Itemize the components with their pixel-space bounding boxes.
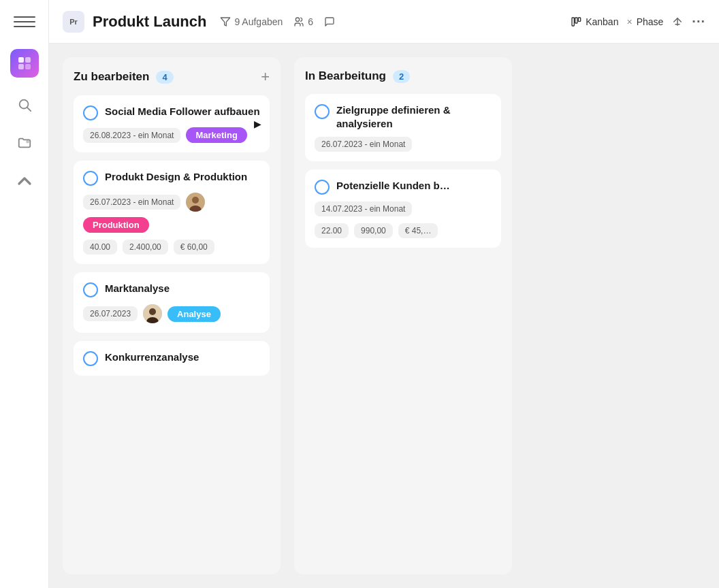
svg-marker-7 xyxy=(221,18,230,26)
svg-rect-9 xyxy=(572,18,574,26)
card-checkbox[interactable] xyxy=(315,180,330,195)
card-num-1: 40.00 xyxy=(83,240,117,255)
header: Pr Produkt Launch 9 Aufgaben 6 xyxy=(49,0,719,44)
phase-label: Phase xyxy=(637,16,664,27)
phase-button[interactable]: × Phase xyxy=(626,16,663,27)
folder-icon[interactable] xyxy=(14,132,35,154)
svg-point-6 xyxy=(26,140,29,144)
card-title-row: Zielgruppe definieren & analysieren xyxy=(315,103,492,130)
card-title: Social Media Follower aufbauen xyxy=(105,105,260,118)
card-konkurrenzanalyse[interactable]: Konkurrenzanalyse xyxy=(74,341,270,376)
menu-icon[interactable] xyxy=(14,11,35,33)
kanban-label: Kanban xyxy=(586,16,618,27)
card-date: 26.07.2023 - ein Monat xyxy=(315,137,412,152)
card-meta: 26.07.2023 - ein Monat Produktion xyxy=(83,193,260,233)
comment-item[interactable] xyxy=(324,16,335,27)
kanban-button[interactable]: Kanban xyxy=(571,16,618,27)
header-meta: 9 Aufgaben 6 xyxy=(220,16,335,27)
card-checkbox[interactable] xyxy=(83,282,98,297)
card-marktanalyse[interactable]: Marktanalyse 26.07.2023 Analyse xyxy=(74,272,270,333)
card-arrow-icon: ▶ xyxy=(254,118,261,129)
svg-rect-3 xyxy=(25,64,31,69)
column-title: Zu bearbeiten xyxy=(74,70,149,84)
card-avatar xyxy=(186,193,205,212)
tasks-count: 9 Aufgaben xyxy=(234,16,283,27)
card-numbers: 40.00 2.400,00 € 60,00 xyxy=(83,240,260,255)
sort-icon xyxy=(671,16,684,28)
members-count: 6 xyxy=(308,16,313,27)
card-meta: 14.07.2023 - ein Monat xyxy=(315,201,492,216)
card-numbers: 22.00 990,00 € 45,… xyxy=(315,223,492,238)
card-num-2: 990,00 xyxy=(354,223,393,238)
column-in-bearbeitung: In Bearbeitung 2 Zielgruppe definieren &… xyxy=(294,57,512,574)
svg-point-8 xyxy=(296,18,300,21)
card-tag-produktion: Produktion xyxy=(83,217,149,233)
card-title-row: Potenzielle Kunden b… xyxy=(315,179,492,195)
card-produkt-design[interactable]: Produkt Design & Produktion 26.07.2023 -… xyxy=(74,161,270,264)
svg-rect-2 xyxy=(18,64,24,69)
comment-icon xyxy=(324,16,335,27)
card-title: Konkurrenzanalyse xyxy=(105,350,199,364)
card-social-media[interactable]: Social Media Follower aufbauen 26.08.202… xyxy=(74,95,270,152)
sidebar xyxy=(0,0,49,588)
card-title: Zielgruppe definieren & analysieren xyxy=(336,103,492,130)
card-title-row: Produkt Design & Produktion xyxy=(83,170,260,186)
card-checkbox[interactable] xyxy=(315,104,330,119)
card-checkbox[interactable] xyxy=(83,105,98,120)
board: Zu bearbeiten 4 + Social Media Follower … xyxy=(49,44,719,588)
svg-point-15 xyxy=(192,197,199,203)
card-checkbox[interactable] xyxy=(83,351,98,366)
card-title-row: Marktanalyse xyxy=(83,282,260,297)
card-num-2: 2.400,00 xyxy=(123,240,168,255)
svg-rect-0 xyxy=(18,57,24,63)
column-count: 2 xyxy=(393,70,410,83)
add-card-button[interactable]: + xyxy=(261,69,270,84)
column-header-zu-bearbeiten: Zu bearbeiten 4 + xyxy=(74,69,270,84)
card-title: Produkt Design & Produktion xyxy=(105,170,247,184)
main-content: Pr Produkt Launch 9 Aufgaben 6 xyxy=(49,0,719,588)
card-meta: 26.07.2023 - ein Monat xyxy=(315,137,492,152)
column-zu-bearbeiten: Zu bearbeiten 4 + Social Media Follower … xyxy=(63,57,281,574)
card-title: Potenzielle Kunden b… xyxy=(336,179,450,193)
more-button[interactable]: ··· xyxy=(692,14,705,29)
project-badge: Pr xyxy=(63,11,84,33)
card-avatar xyxy=(143,304,162,323)
card-meta: 26.08.2023 - ein Monat Marketing xyxy=(83,127,260,143)
card-tag-marketing: Marketing xyxy=(186,127,246,143)
header-right: Kanban × Phase ··· xyxy=(571,14,705,29)
svg-rect-11 xyxy=(578,18,580,21)
filter-icon xyxy=(220,16,231,27)
app-icon[interactable] xyxy=(10,49,39,78)
kanban-icon xyxy=(571,16,581,27)
card-title: Marktanalyse xyxy=(105,282,170,295)
card-potenzielle-kunden[interactable]: Potenzielle Kunden b… 14.07.2023 - ein M… xyxy=(305,169,501,248)
filter-item[interactable]: 9 Aufgaben xyxy=(220,16,283,27)
svg-rect-10 xyxy=(575,18,577,23)
collapse-icon[interactable] xyxy=(14,170,35,192)
card-date: 26.08.2023 - ein Monat xyxy=(83,128,180,143)
card-date: 26.07.2023 xyxy=(83,306,138,321)
sort-button[interactable] xyxy=(671,16,684,28)
card-num-3: € 60,00 xyxy=(174,240,214,255)
column-title: In Bearbeitung xyxy=(305,69,386,83)
card-title-row: Konkurrenzanalyse xyxy=(83,350,260,366)
card-num-3: € 45,… xyxy=(398,223,438,238)
svg-line-5 xyxy=(27,108,31,111)
svg-rect-1 xyxy=(25,57,31,63)
card-checkbox[interactable] xyxy=(83,171,98,186)
card-date: 14.07.2023 - ein Monat xyxy=(315,201,412,216)
column-header-in-bearbeitung: In Bearbeitung 2 xyxy=(305,69,501,83)
members-item[interactable]: 6 xyxy=(293,16,313,27)
project-title: Produkt Launch xyxy=(93,13,206,31)
card-tag-analyse: Analyse xyxy=(167,306,221,322)
card-meta: 26.07.2023 Analyse xyxy=(83,304,260,323)
phase-close-icon: × xyxy=(626,16,632,27)
card-num-1: 22.00 xyxy=(315,223,349,238)
column-count: 4 xyxy=(156,71,173,84)
card-zielgruppe[interactable]: Zielgruppe definieren & analysieren 26.0… xyxy=(305,94,501,161)
search-icon[interactable] xyxy=(14,94,35,116)
svg-point-18 xyxy=(149,308,156,315)
members-icon xyxy=(293,16,304,27)
card-date: 26.07.2023 - ein Monat xyxy=(83,195,180,210)
card-title-row: Social Media Follower aufbauen xyxy=(83,105,260,120)
